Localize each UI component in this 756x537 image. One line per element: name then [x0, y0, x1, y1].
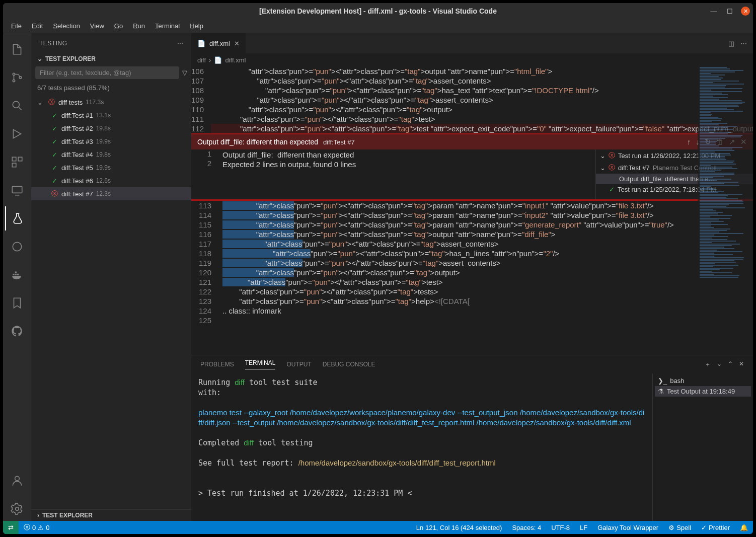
- more-icon[interactable]: ⋯: [740, 40, 747, 47]
- search-icon[interactable]: [5, 94, 29, 118]
- chevron-down-icon: ⌄: [600, 164, 606, 172]
- filter-icon[interactable]: ▽: [182, 69, 187, 76]
- term-icon: ❯_: [658, 377, 667, 385]
- menu-help[interactable]: Help: [186, 21, 207, 31]
- svg-rect-10: [15, 274, 17, 275]
- menu-file[interactable]: File: [7, 21, 26, 31]
- status-bar: ⇄ ⓧ 0 ⚠ 0 Ln 121, Col 16 (424 selected) …: [3, 521, 753, 534]
- maximize-button[interactable]: ☐: [725, 6, 735, 16]
- chevron-down-icon[interactable]: ⌄: [717, 360, 722, 369]
- test-row[interactable]: ✓diff:Test #319.9s: [31, 135, 191, 148]
- settings-icon[interactable]: [5, 497, 29, 521]
- panel-tab-output[interactable]: OUTPUT: [286, 361, 311, 368]
- menu-edit[interactable]: Edit: [28, 21, 47, 31]
- status-errors[interactable]: ⓧ 0 ⚠ 0: [19, 523, 54, 532]
- bookmark-icon[interactable]: [5, 291, 29, 315]
- extensions-icon[interactable]: [5, 150, 29, 174]
- svg-point-13: [15, 476, 20, 481]
- window-title: [Extension Development Host] - diff.xml …: [259, 7, 497, 15]
- source-control-icon[interactable]: [5, 65, 29, 90]
- remote-icon[interactable]: [5, 178, 29, 202]
- status-notifications-icon[interactable]: 🔔: [735, 524, 753, 531]
- status-cursor[interactable]: Ln 121, Col 16 (424 selected): [411, 524, 507, 531]
- error-test-name: diff:Test #7: [323, 138, 355, 146]
- pass-icon: ✓: [50, 124, 58, 132]
- svg-rect-5: [18, 157, 22, 161]
- loading-icon[interactable]: [5, 235, 29, 259]
- menu-selection[interactable]: Selection: [49, 21, 84, 31]
- test-row[interactable]: ⓧdiff:Test #712.3s: [31, 187, 191, 200]
- titlebar: [Extension Development Host] - diff.xml …: [3, 3, 753, 19]
- svg-point-8: [13, 242, 21, 251]
- panel-tab-debug-console[interactable]: DEBUG CONSOLE: [323, 361, 375, 368]
- menu-view[interactable]: View: [86, 21, 108, 31]
- terminal-list: ❯_bash⚗Test Output at 19:18:49: [652, 373, 753, 521]
- terminal-item[interactable]: ⚗Test Output at 19:18:49: [655, 386, 751, 397]
- minimap[interactable]: [698, 66, 753, 355]
- run-debug-icon[interactable]: [5, 122, 29, 146]
- panel-tabs: PROBLEMSTERMINALOUTPUTDEBUG CONSOLE ＋ ⌄ …: [191, 355, 753, 373]
- pass-icon: ✓: [50, 150, 58, 159]
- sidebar-title: TESTING: [39, 40, 67, 47]
- svg-point-3: [13, 101, 19, 108]
- menu-run[interactable]: Run: [129, 21, 149, 31]
- terminal-item[interactable]: ❯_bash: [655, 375, 751, 386]
- panel-tab-problems[interactable]: PROBLEMS: [200, 361, 234, 368]
- status-spaces[interactable]: Spaces: 4: [507, 524, 546, 531]
- test-tree: ⌄ ⓧ diff tests 117.3s ✓diff:Test #113.1s…: [31, 95, 191, 509]
- svg-rect-4: [12, 157, 16, 161]
- new-terminal-icon[interactable]: ＋: [705, 360, 711, 369]
- code-editor[interactable]: 106107108109110111112 "attr">class"pun">…: [191, 66, 753, 355]
- docker-icon[interactable]: [5, 263, 29, 287]
- section-test-explorer-2[interactable]: › TEST EXPLORER: [31, 509, 191, 521]
- test-row[interactable]: ✓diff:Test #419.8s: [31, 148, 191, 161]
- terminal-output[interactable]: Running diff tool test suite with: plane…: [191, 373, 652, 521]
- fail-icon: ⓧ: [47, 98, 55, 106]
- close-icon[interactable]: ✕: [234, 40, 240, 47]
- github-icon[interactable]: [5, 319, 29, 343]
- svg-rect-11: [17, 274, 19, 275]
- filter-input[interactable]: [35, 66, 179, 79]
- split-editor-icon[interactable]: ◫: [728, 40, 734, 47]
- svg-rect-12: [15, 272, 17, 273]
- tab-diff-xml[interactable]: 📄 diff.xml ✕: [191, 33, 246, 53]
- status-spell[interactable]: ⚙ Spell: [663, 524, 696, 531]
- sidebar: TESTING ⋯ ⌄ TEST EXPLORER ▽ 6/7 tests pa…: [31, 33, 191, 521]
- menu-go[interactable]: Go: [110, 21, 127, 31]
- test-row[interactable]: ✓diff:Test #219.8s: [31, 122, 191, 135]
- status-eol[interactable]: LF: [575, 524, 592, 531]
- test-row[interactable]: ✓diff:Test #113.1s: [31, 109, 191, 122]
- menu-terminal[interactable]: Terminal: [151, 21, 184, 31]
- close-button[interactable]: ✕: [741, 7, 750, 16]
- pass-icon: ✓: [609, 186, 615, 193]
- testing-icon[interactable]: [5, 206, 29, 231]
- account-icon[interactable]: [5, 469, 29, 493]
- bottom-panel: PROBLEMSTERMINALOUTPUTDEBUG CONSOLE ＋ ⌄ …: [191, 355, 753, 521]
- maximize-panel-icon[interactable]: ⌃: [728, 360, 733, 369]
- chevron-right-icon: ›: [37, 512, 39, 519]
- svg-rect-7: [12, 186, 22, 193]
- activity-bar: [3, 33, 31, 521]
- prev-icon[interactable]: ↑: [687, 137, 691, 146]
- chevron-down-icon: ⌄: [37, 99, 44, 106]
- breadcrumb[interactable]: diff › 📄 diff.xml: [191, 53, 753, 66]
- file-icon: 📄: [214, 56, 222, 64]
- error-title: Output diff_file: different than expecte…: [197, 138, 318, 146]
- test-row[interactable]: ✓diff:Test #612.6s: [31, 174, 191, 187]
- explorer-icon[interactable]: [5, 37, 29, 61]
- status-encoding[interactable]: UTF-8: [546, 524, 575, 531]
- panel-tab-terminal[interactable]: TERMINAL: [245, 359, 276, 369]
- editor-area: 📄 diff.xml ✕ ◫ ⋯ diff › 📄 diff.xml 10610…: [191, 33, 753, 521]
- status-prettier[interactable]: ✓ Prettier: [696, 524, 735, 531]
- pass-icon: ✓: [50, 111, 58, 119]
- svg-rect-6: [12, 163, 16, 167]
- test-group-row[interactable]: ⌄ ⓧ diff tests 117.3s: [31, 96, 191, 109]
- test-row[interactable]: ✓diff:Test #519.9s: [31, 161, 191, 174]
- remote-indicator[interactable]: ⇄: [3, 521, 19, 534]
- status-language[interactable]: Galaxy Tool Wrapper: [592, 524, 663, 531]
- close-panel-icon[interactable]: ✕: [739, 360, 744, 369]
- minimize-button[interactable]: —: [709, 6, 719, 16]
- chevron-down-icon: ⌄: [600, 152, 606, 160]
- more-icon[interactable]: ⋯: [177, 40, 184, 47]
- section-test-explorer[interactable]: ⌄ TEST EXPLORER: [31, 53, 191, 64]
